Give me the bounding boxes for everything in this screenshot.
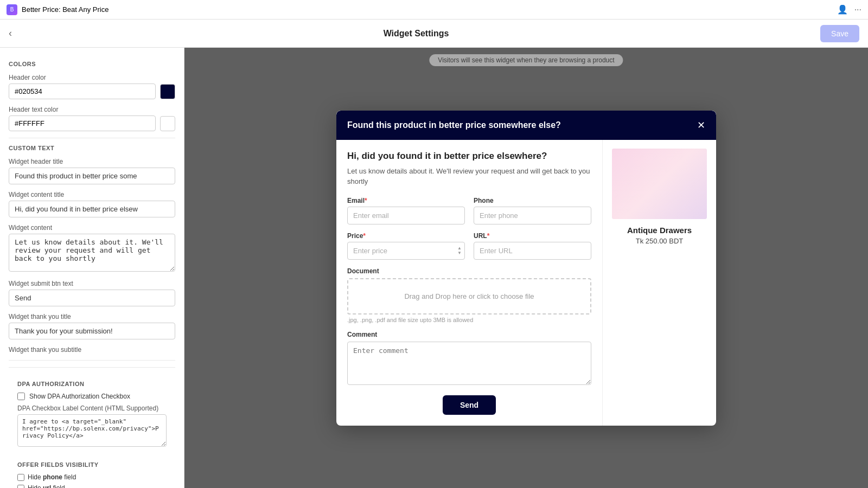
widget-content-title-input[interactable] <box>9 201 175 217</box>
drop-zone-text: Drag and Drop here or click to choose fi… <box>404 292 534 300</box>
price-group: Price* ▲ ▼ <box>347 232 465 260</box>
svg-point-16 <box>669 174 672 176</box>
price-label: Price* <box>347 232 465 240</box>
more-icon[interactable]: ··· <box>854 5 861 15</box>
modal-body: Hi, did you found it in better price els… <box>336 140 716 426</box>
product-image <box>612 149 707 219</box>
widget-header-title-input[interactable] <box>9 168 175 184</box>
widget-content-title-label: Widget content title <box>9 191 175 198</box>
show-dpa-checkbox[interactable] <box>17 393 25 400</box>
document-label: Document <box>347 267 591 275</box>
svg-point-1 <box>673 158 681 166</box>
price-input[interactable] <box>347 242 465 260</box>
file-hint: .jpg, .png, .pdf and file size upto 3MB … <box>347 317 591 323</box>
svg-point-17 <box>672 174 674 176</box>
header-text-color-label: Header text color <box>9 106 175 113</box>
colors-section-title: COLORS <box>9 61 175 67</box>
email-group: Email* <box>347 197 465 224</box>
hide-url-text: Hide url field <box>28 484 65 488</box>
widget-header-title-label: Widget header title <box>9 158 175 165</box>
phone-label: Phone <box>474 197 591 204</box>
dpa-section: DPA AUTHORIZATION Show DPA Authorization… <box>9 367 175 457</box>
page-title: Widget Settings <box>384 29 449 38</box>
svg-point-2 <box>685 156 691 161</box>
svg-point-14 <box>667 168 672 175</box>
second-bar: ‹ Widget Settings Save <box>0 20 868 48</box>
svg-point-13 <box>666 170 677 183</box>
custom-text-section-title: CUSTOM TEXT <box>9 145 175 151</box>
top-bar: B Better Price: Beat Any Price 👤 ··· <box>0 0 868 20</box>
widget-submit-input[interactable] <box>9 290 175 306</box>
modal-header: Found this product in better price somew… <box>336 111 716 140</box>
price-wrapper: ▲ ▼ <box>347 242 465 260</box>
widget-thank-you-title-input[interactable] <box>9 323 175 339</box>
comment-textarea[interactable] <box>347 342 591 385</box>
price-down-arrow[interactable]: ▼ <box>457 251 462 255</box>
header-color-input[interactable] <box>9 84 156 99</box>
comment-label: Comment <box>347 331 591 338</box>
email-input[interactable] <box>347 207 465 224</box>
price-arrows: ▲ ▼ <box>457 246 462 255</box>
price-url-row: Price* ▲ ▼ <box>347 232 591 260</box>
app-title: Better Price: Beat Any Price <box>22 5 108 14</box>
modal-overlay: Found this product in better price somew… <box>184 48 868 488</box>
drop-zone[interactable]: Drag and Drop here or click to choose fi… <box>347 278 591 314</box>
widget-content-label: Widget content <box>9 224 175 232</box>
header-color-swatch[interactable] <box>160 84 175 99</box>
header-text-color-input[interactable] <box>9 115 156 131</box>
widget-submit-label: Widget submit btn text <box>9 280 175 287</box>
app-title-area: B Better Price: Beat Any Price <box>7 4 108 15</box>
widget-thank-you-subtitle-label: Widget thank you subtitle <box>9 346 175 354</box>
offer-fields-visibility-title: OFFER FIELDS VISIBILITY <box>17 461 167 468</box>
phone-group: Phone <box>474 197 591 224</box>
svg-rect-7 <box>623 203 693 214</box>
hide-phone-row: Hide phone field <box>17 473 167 481</box>
modal-product: Antique Drawers Tk 250.00 BDT <box>602 140 716 426</box>
modal-close-button[interactable]: ✕ <box>697 119 705 131</box>
save-button[interactable]: Save <box>820 25 859 42</box>
hide-url-row: Hide url field <box>17 484 167 488</box>
svg-rect-6 <box>623 192 693 203</box>
url-group: URL* <box>474 232 591 260</box>
header-text-color-row <box>9 115 175 131</box>
svg-rect-5 <box>623 181 693 192</box>
svg-rect-11 <box>628 175 635 183</box>
svg-point-8 <box>656 184 660 189</box>
svg-point-9 <box>656 195 660 200</box>
widget-content-textarea[interactable]: Let us know details about it. We'll revi… <box>9 234 175 272</box>
svg-rect-0 <box>612 149 707 219</box>
email-phone-row: Email* Phone <box>347 197 591 224</box>
phone-input[interactable] <box>474 207 591 224</box>
main-layout: COLORS Header color Header text color CU… <box>0 48 868 488</box>
modal-form-title: Hi, did you found it in better price els… <box>347 151 591 162</box>
hide-url-checkbox[interactable] <box>17 485 24 489</box>
svg-point-3 <box>680 168 685 172</box>
back-button[interactable]: ‹ <box>9 28 12 39</box>
preview-area: Visitors will see this widget when they … <box>184 48 868 488</box>
url-label: URL* <box>474 232 591 240</box>
svg-rect-12 <box>639 176 644 182</box>
hide-phone-checkbox[interactable] <box>17 474 24 481</box>
modal-form-subtitle: Let us know details about it. We'll revi… <box>347 166 591 187</box>
offer-fields-visibility: OFFER FIELDS VISIBILITY Hide phone field… <box>9 461 175 488</box>
send-button[interactable]: Send <box>443 395 496 415</box>
show-dpa-checkbox-row[interactable]: Show DPA Authorization Checkbox <box>17 393 167 400</box>
user-icon[interactable]: 👤 <box>837 4 848 15</box>
price-up-arrow[interactable]: ▲ <box>457 246 462 251</box>
svg-point-10 <box>656 206 660 210</box>
svg-rect-4 <box>623 181 693 214</box>
hide-phone-text: Hide phone field <box>28 473 76 481</box>
modal-header-title: Found this product in better price somew… <box>347 120 561 130</box>
svg-point-15 <box>672 168 676 175</box>
url-input[interactable] <box>474 242 591 260</box>
header-color-row <box>9 84 175 99</box>
dpa-content-label: DPA Checkbox Label Content (HTML Support… <box>17 404 167 412</box>
show-dpa-label: Show DPA Authorization Checkbox <box>29 393 130 400</box>
product-name: Antique Drawers <box>627 226 692 235</box>
dpa-content-textarea[interactable]: I agree to <a target="_blank" href="http… <box>17 414 167 447</box>
email-label: Email* <box>347 197 465 204</box>
header-text-color-swatch[interactable] <box>160 116 175 131</box>
widget-thank-you-title-label: Widget thank you title <box>9 313 175 320</box>
header-color-label: Header color <box>9 74 175 81</box>
sidebar: COLORS Header color Header text color CU… <box>0 48 184 488</box>
